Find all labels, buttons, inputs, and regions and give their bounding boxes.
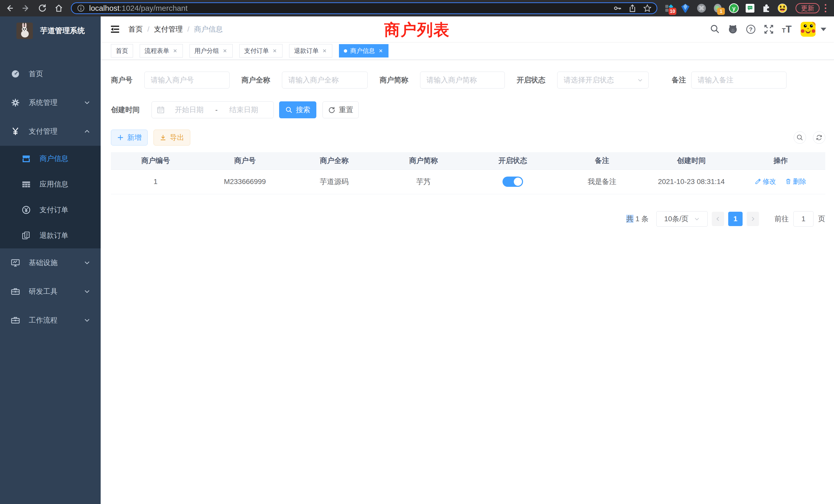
sidebar-item-infra[interactable]: 基础设施 <box>0 248 101 277</box>
extension-y-icon[interactable]: y <box>729 3 739 13</box>
gear-icon <box>11 98 20 107</box>
password-key-icon[interactable] <box>613 4 622 12</box>
share-icon[interactable] <box>628 4 637 12</box>
fullscreen-icon[interactable] <box>764 24 774 35</box>
refresh-table-button[interactable] <box>813 131 825 144</box>
yen-icon <box>11 127 20 136</box>
goto-suffix: 页 <box>818 214 825 224</box>
tag-user-group[interactable]: 用户分组 <box>190 44 233 58</box>
prev-page-button[interactable] <box>712 212 724 226</box>
url-text[interactable]: localhost:1024/pay/merchant <box>89 4 607 13</box>
app-title: 芋道管理系统 <box>40 26 85 36</box>
goto-prefix: 前往 <box>774 214 789 224</box>
close-icon[interactable] <box>378 48 383 54</box>
breadcrumb-home[interactable]: 首页 <box>128 24 143 34</box>
user-menu-caret-icon[interactable] <box>821 28 826 31</box>
cell-created: 2021-10-23 08:31:14 <box>647 169 736 194</box>
goto-page-input[interactable] <box>793 211 813 227</box>
url-bar[interactable]: localhost:1024/pay/merchant <box>71 2 657 14</box>
toggle-search-button[interactable] <box>794 131 806 144</box>
edit-pen-icon <box>755 178 761 184</box>
tag-refund-order[interactable]: 退款订单 <box>289 44 332 58</box>
status-select[interactable]: 请选择开启状态 <box>557 72 649 89</box>
browser-menu-icon[interactable] <box>824 3 827 13</box>
user-avatar[interactable] <box>800 22 815 37</box>
search-button[interactable]: 搜索 <box>279 101 316 118</box>
col-header: 创建时间 <box>647 152 736 169</box>
short-name-input[interactable] <box>420 72 505 89</box>
sidebar-item-label: 首页 <box>29 69 90 79</box>
svg-text:⌘: ⌘ <box>699 5 704 12</box>
add-button[interactable]: 新增 <box>111 130 148 145</box>
col-header: 备注 <box>557 152 647 169</box>
cell-short-name: 芋艿 <box>379 169 468 194</box>
tag-process-form[interactable]: 流程表单 <box>140 44 183 58</box>
tag-pay-order[interactable]: 支付订单 <box>239 44 282 58</box>
font-size-icon[interactable]: TT <box>782 24 792 35</box>
close-icon[interactable] <box>222 48 228 54</box>
sidebar-item-label: 工作流程 <box>29 315 84 325</box>
extension-status-icon[interactable]: 1 <box>712 3 723 13</box>
page-number-button[interactable]: 1 <box>728 212 743 226</box>
header-search-icon[interactable] <box>710 24 720 35</box>
extension-gem-icon[interactable] <box>680 3 690 13</box>
close-icon[interactable] <box>172 48 178 54</box>
full-name-input[interactable] <box>282 72 368 89</box>
bookmark-star-icon[interactable] <box>643 4 652 12</box>
cell-merchant-no: M233666999 <box>200 169 290 194</box>
close-icon[interactable] <box>322 48 327 54</box>
table-header-row: 商户编号 商户号 商户全称 商户简称 开启状态 备注 创建时间 操作 <box>111 152 825 169</box>
browser-home-icon[interactable] <box>54 4 63 13</box>
merchant-no-input[interactable] <box>144 72 229 89</box>
page-size-select[interactable]: 10条/页 <box>656 211 708 227</box>
browser-back-icon[interactable] <box>5 4 14 13</box>
extension-command-icon[interactable]: ⌘ <box>696 3 707 13</box>
chevron-down-icon <box>84 99 90 106</box>
extension-blocks-icon[interactable]: 10 <box>664 3 674 13</box>
navbar: 首页 / 支付管理 / 商户信息 商户列表 ? <box>101 17 834 42</box>
sidebar-item-refund-order[interactable]: 退款订单 <box>0 223 101 248</box>
table-toolbar: 新增 导出 <box>111 130 825 145</box>
sidebar-toggle-icon[interactable] <box>110 24 120 35</box>
sidebar-item-pay-order[interactable]: 支付订单 <box>0 197 101 223</box>
browser-update-button[interactable]: 更新 <box>795 3 820 13</box>
sidebar-item-payment[interactable]: 支付管理 <box>0 117 101 146</box>
sidebar-item-label: 支付订单 <box>40 205 68 215</box>
extension-emoji-icon[interactable] <box>777 3 788 13</box>
sidebar-item-workflow[interactable]: 工作流程 <box>0 306 101 335</box>
tag-home[interactable]: 首页 <box>111 44 133 58</box>
sidebar-item-home[interactable]: 首页 <box>0 60 101 88</box>
sidebar-item-system[interactable]: 系统管理 <box>0 88 101 117</box>
close-icon[interactable] <box>272 48 278 54</box>
documents-icon <box>22 231 31 240</box>
export-button[interactable]: 导出 <box>154 130 190 145</box>
refresh-icon <box>328 106 335 113</box>
browser-forward-icon[interactable] <box>22 4 30 13</box>
date-range-picker[interactable]: 开始日期 - 结束日期 <box>152 101 274 118</box>
browser-chrome: localhost:1024/pay/merchant 10 ⌘ 1 y 更新 <box>0 0 834 17</box>
sidebar-item-merchant-info[interactable]: 商户信息 <box>0 146 101 171</box>
edit-button[interactable]: 修改 <box>755 177 776 186</box>
status-label: 开启状态 <box>517 75 545 85</box>
github-icon[interactable] <box>728 24 738 35</box>
browser-reload-icon[interactable] <box>38 4 47 13</box>
breadcrumb-payment[interactable]: 支付管理 <box>154 24 183 34</box>
chevron-up-icon <box>84 128 90 135</box>
navbar-actions: ? TT <box>702 17 826 42</box>
sidebar-item-app-info[interactable]: 应用信息 <box>0 171 101 197</box>
tags-bar: 首页 流程表单 用户分组 支付订单 退款订单 商户信息 <box>101 42 834 60</box>
app-logo-row[interactable]: 芋道管理系统 <box>0 17 101 45</box>
total-count: 共 1 条 <box>626 214 649 224</box>
next-page-button[interactable] <box>747 212 759 226</box>
extensions-puzzle-icon[interactable] <box>761 3 771 13</box>
reset-button[interactable]: 重置 <box>323 101 359 118</box>
status-toggle[interactable] <box>503 177 523 187</box>
site-info-icon[interactable] <box>77 4 85 12</box>
briefcase-icon <box>11 316 20 325</box>
help-icon[interactable]: ? <box>746 24 756 35</box>
remark-input[interactable] <box>691 72 787 89</box>
delete-button[interactable]: 删除 <box>785 177 806 186</box>
sidebar-item-devtools[interactable]: 研发工具 <box>0 277 101 306</box>
extension-chat-icon[interactable] <box>745 3 755 13</box>
tag-merchant-info[interactable]: 商户信息 <box>339 44 389 58</box>
